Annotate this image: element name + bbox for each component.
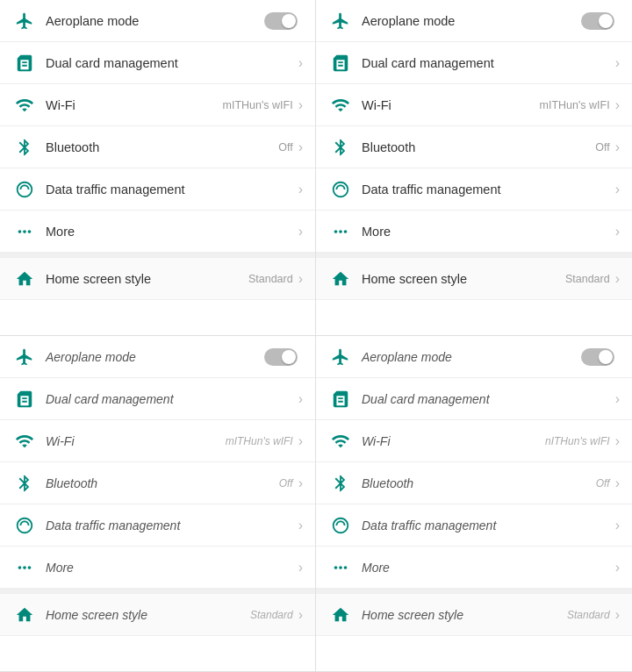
data-traffic-item[interactable]: Data traffic management › bbox=[0, 168, 315, 211]
home-screen-style-item-bl[interactable]: Home screen style Standard › bbox=[0, 594, 315, 636]
home-icon-r bbox=[328, 267, 353, 291]
aeroplane-icon-br bbox=[328, 345, 353, 369]
panel-top-right: Aeroplane mode Dual card management › Wi… bbox=[316, 0, 632, 336]
aeroplane-toggle-br[interactable] bbox=[581, 348, 614, 366]
dual-card-item[interactable]: Dual card management › bbox=[0, 42, 315, 84]
bluetooth-chevron-r: › bbox=[615, 139, 620, 155]
aeroplane-toggle-thumb-br bbox=[599, 350, 613, 364]
wifi-icon-bl bbox=[12, 429, 37, 454]
home-icon-bl bbox=[12, 603, 37, 627]
more-chevron-bl: › bbox=[298, 560, 303, 575]
dual-card-chevron-r: › bbox=[615, 55, 620, 71]
wifi-label: Wi-Fi bbox=[46, 98, 223, 112]
data-traffic-chevron-r: › bbox=[615, 182, 620, 197]
bluetooth-item-r[interactable]: Bluetooth Off › bbox=[316, 126, 632, 168]
more-icon-bl bbox=[12, 555, 37, 580]
wifi-item[interactable]: Wi-Fi mITHun's wIFI › bbox=[0, 84, 315, 126]
data-traffic-chevron-br: › bbox=[615, 518, 620, 533]
aeroplane-toggle[interactable] bbox=[264, 12, 298, 30]
wifi-icon-br bbox=[328, 429, 353, 454]
wifi-value-bl: mITHun's wIFI bbox=[226, 435, 293, 447]
data-traffic-chevron-bl: › bbox=[298, 518, 303, 533]
aeroplane-toggle-thumb bbox=[282, 14, 296, 28]
home-screen-label: Home screen style bbox=[46, 272, 248, 286]
data-traffic-chevron: › bbox=[298, 182, 303, 197]
bluetooth-value-r: Off bbox=[595, 141, 609, 154]
wifi-icon-r bbox=[328, 93, 353, 118]
aeroplane-toggle-thumb-bl bbox=[282, 350, 296, 364]
home-screen-label-bl: Home screen style bbox=[46, 608, 250, 622]
data-icon-r bbox=[328, 177, 353, 202]
home-screen-style-item[interactable]: Home screen style Standard › bbox=[0, 258, 315, 300]
dual-card-item-bl[interactable]: Dual card management › bbox=[0, 378, 315, 420]
wifi-label-bl: Wi-Fi bbox=[46, 434, 226, 448]
aeroplane-mode-item-br[interactable]: Aeroplane mode bbox=[316, 336, 632, 378]
home-screen-chevron-bl: › bbox=[298, 607, 303, 623]
bluetooth-item-bl[interactable]: Bluetooth Off › bbox=[0, 462, 315, 504]
aeroplane-toggle-r[interactable] bbox=[581, 12, 614, 30]
more-item-r[interactable]: More › bbox=[316, 211, 632, 253]
aeroplane-toggle-bl[interactable] bbox=[264, 348, 298, 366]
bluetooth-icon-r bbox=[328, 135, 353, 160]
home-screen-chevron-r: › bbox=[615, 271, 620, 287]
bluetooth-label-br: Bluetooth bbox=[362, 476, 596, 490]
dual-card-item-r[interactable]: Dual card management › bbox=[316, 42, 632, 84]
home-screen-style-item-r[interactable]: Home screen style Standard › bbox=[316, 258, 632, 300]
data-traffic-label-r: Data traffic management bbox=[362, 182, 615, 197]
wifi-chevron-bl: › bbox=[298, 433, 303, 449]
wifi-chevron-br: › bbox=[615, 433, 620, 449]
aeroplane-toggle-thumb-r bbox=[599, 14, 613, 28]
wifi-item-br[interactable]: Wi-Fi nITHun's wIFI › bbox=[316, 420, 632, 462]
bluetooth-label-r: Bluetooth bbox=[362, 140, 595, 154]
home-screen-chevron-br: › bbox=[615, 607, 620, 623]
aeroplane-icon-r bbox=[328, 9, 353, 33]
wifi-chevron: › bbox=[298, 97, 303, 113]
data-traffic-label-bl: Data traffic management bbox=[46, 518, 298, 533]
data-icon-bl bbox=[12, 513, 37, 538]
home-screen-style-item-br[interactable]: Home screen style Standard › bbox=[316, 594, 632, 636]
aeroplane-mode-item-r[interactable]: Aeroplane mode bbox=[316, 0, 632, 42]
more-item-bl[interactable]: More › bbox=[0, 547, 315, 589]
data-traffic-item-bl[interactable]: Data traffic management › bbox=[0, 504, 315, 547]
bluetooth-item-br[interactable]: Bluetooth Off › bbox=[316, 462, 632, 504]
dual-card-chevron-bl: › bbox=[298, 391, 303, 407]
aeroplane-label-bl: Aeroplane mode bbox=[46, 350, 264, 364]
more-label-r: More bbox=[362, 225, 615, 239]
bluetooth-value-bl: Off bbox=[279, 477, 293, 490]
dual-card-chevron-br: › bbox=[615, 391, 620, 407]
bluetooth-label-bl: Bluetooth bbox=[46, 476, 279, 490]
more-label-bl: More bbox=[46, 561, 298, 575]
more-item[interactable]: More › bbox=[0, 211, 315, 253]
more-icon-br bbox=[328, 555, 353, 580]
home-icon-br bbox=[328, 603, 353, 627]
sim-icon-br bbox=[328, 387, 353, 411]
data-icon bbox=[12, 177, 37, 202]
wifi-value: mITHun's wIFI bbox=[223, 99, 293, 111]
home-screen-label-r: Home screen style bbox=[362, 272, 565, 286]
more-icon bbox=[12, 219, 37, 244]
more-label: More bbox=[46, 225, 298, 239]
wifi-chevron-r: › bbox=[615, 97, 620, 113]
wifi-item-bl[interactable]: Wi-Fi mITHun's wIFI › bbox=[0, 420, 315, 462]
dual-card-label-bl: Dual card management bbox=[46, 392, 298, 406]
wifi-item-r[interactable]: Wi-Fi mITHun's wIFI › bbox=[316, 84, 632, 126]
home-screen-value-br: Standard bbox=[567, 609, 610, 621]
wifi-icon bbox=[12, 93, 37, 118]
bluetooth-item[interactable]: Bluetooth Off › bbox=[0, 126, 315, 168]
home-screen-chevron: › bbox=[298, 271, 303, 287]
more-icon-r bbox=[328, 219, 353, 244]
aeroplane-mode-item[interactable]: Aeroplane mode bbox=[0, 0, 315, 42]
bluetooth-chevron-br: › bbox=[615, 475, 620, 491]
home-screen-value: Standard bbox=[248, 273, 293, 285]
data-traffic-item-r[interactable]: Data traffic management › bbox=[316, 168, 632, 211]
more-item-br[interactable]: More › bbox=[316, 547, 632, 589]
data-traffic-item-br[interactable]: Data traffic management › bbox=[316, 504, 632, 547]
aeroplane-mode-item-bl[interactable]: Aeroplane mode bbox=[0, 336, 315, 378]
bluetooth-value-br: Off bbox=[596, 477, 610, 490]
dual-card-chevron: › bbox=[298, 55, 303, 71]
dual-card-label-br: Dual card management bbox=[362, 392, 615, 406]
bluetooth-chevron: › bbox=[298, 139, 303, 155]
panel-bottom-left: Aeroplane mode Dual card management › Wi… bbox=[0, 336, 316, 672]
aeroplane-icon-bl bbox=[12, 345, 37, 369]
dual-card-item-br[interactable]: Dual card management › bbox=[316, 378, 632, 420]
